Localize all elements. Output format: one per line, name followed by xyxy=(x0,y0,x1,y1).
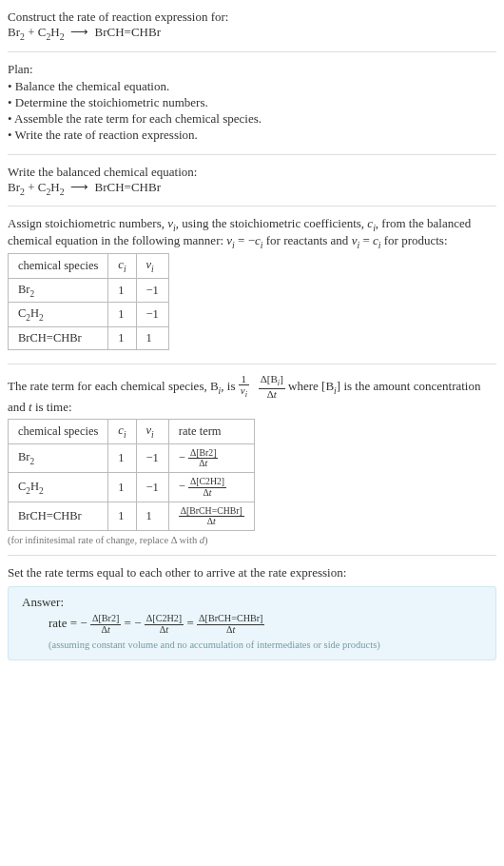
rate-prefix: rate = xyxy=(48,616,80,630)
table-row: BrCH=CHBr 1 1 xyxy=(9,326,169,349)
cell-ci: 1 xyxy=(108,473,136,502)
rate-frac: Δ[C2H2] Δt xyxy=(188,477,226,497)
plan-item: Balance the chemical equation. xyxy=(8,79,496,94)
cell-vi: 1 xyxy=(136,502,168,530)
frac-den: Δt xyxy=(90,625,121,636)
col-species: chemical species xyxy=(9,420,108,444)
plan-item: Assemble the rate term for each chemical… xyxy=(8,111,496,127)
answer-box: Answer: rate = − Δ[Br2] Δt = − Δ[C2H2] Δ… xyxy=(8,586,496,659)
divider xyxy=(8,51,496,52)
table-row: C2H2 1 −1 − Δ[C2H2] Δt xyxy=(9,473,255,502)
rateterm-frac-2: Δ[Bi] Δt xyxy=(259,374,285,400)
frac-den: Δt xyxy=(179,517,244,526)
stoich-intro: Assign stoichiometric numbers, νi, using… xyxy=(8,216,496,249)
stoich-section: Assign stoichiometric numbers, νi, using… xyxy=(8,212,496,358)
plan-item: Determine the stoichiometric numbers. xyxy=(8,95,496,110)
cell-ci: 1 xyxy=(108,502,136,530)
cell-rate: − Δ[C2H2] Δt xyxy=(168,473,254,502)
rate-sign: − xyxy=(179,480,185,493)
divider xyxy=(8,154,496,155)
table-row: BrCH=CHBr 1 1 Δ[BrCH=CHBr] Δt xyxy=(9,502,255,530)
cell-ci: 1 xyxy=(108,326,136,349)
rate-expression: rate = − Δ[Br2] Δt = − Δ[C2H2] Δt = Δ[Br… xyxy=(22,614,482,635)
table-row: Br2 1 −1 xyxy=(9,278,169,303)
cell-species: BrCH=CHBr xyxy=(9,502,108,530)
stoich-table: chemical species ci νi Br2 1 −1 C2H2 1 −… xyxy=(8,253,169,350)
cell-vi: −1 xyxy=(136,443,168,472)
plan-item: Write the rate of reaction expression. xyxy=(8,128,496,143)
cell-species: BrCH=CHBr xyxy=(9,326,108,349)
rate-sign: − xyxy=(80,616,87,630)
problem-title: Construct the rate of reaction expressio… xyxy=(8,10,496,25)
rate-frac: Δ[BrCH=CHBr] Δt xyxy=(197,614,264,635)
cell-ci: 1 xyxy=(108,443,136,472)
plan-section: Plan: Balance the chemical equation. Det… xyxy=(8,58,496,148)
frac-den: νi xyxy=(239,385,249,400)
plan-list: Balance the chemical equation. Determine… xyxy=(8,79,496,143)
cell-species: C2H2 xyxy=(9,473,108,502)
cell-species: Br2 xyxy=(9,278,108,303)
rateterm-intro-pre: The rate term for each chemical species,… xyxy=(8,379,239,393)
cell-vi: −1 xyxy=(136,473,168,502)
rate-frac: Δ[C2H2] Δt xyxy=(145,614,184,635)
col-ci: ci xyxy=(108,420,136,444)
rateterm-frac-1: 1 νi xyxy=(239,374,249,400)
frac-den: Δt xyxy=(259,389,285,401)
table-row: C2H2 1 −1 xyxy=(9,303,169,327)
answer-note: (assuming constant volume and no accumul… xyxy=(22,640,482,650)
table-header-row: chemical species ci νi rate term xyxy=(9,420,255,444)
balanced-title: Write the balanced chemical equation: xyxy=(8,165,496,180)
problem-header: Construct the rate of reaction expressio… xyxy=(8,6,496,46)
rate-sign: − xyxy=(179,450,185,463)
eq-sign: = xyxy=(125,616,135,630)
rateterm-table: chemical species ci νi rate term Br2 1 −… xyxy=(8,419,255,531)
balanced-equation: Br2 + C2H2 ⟶ BrCH=CHBr xyxy=(8,180,496,197)
rateterm-section: The rate term for each chemical species,… xyxy=(8,370,496,549)
cell-vi: −1 xyxy=(136,278,168,303)
col-vi: νi xyxy=(136,254,168,279)
col-species: chemical species xyxy=(9,254,108,279)
rate-sign: − xyxy=(134,616,141,630)
col-ci: ci xyxy=(108,254,136,279)
problem-equation: Br2 + C2H2 ⟶ BrCH=CHBr xyxy=(8,25,496,42)
table-header-row: chemical species ci νi xyxy=(9,254,169,279)
col-rate: rate term xyxy=(168,420,254,444)
divider xyxy=(8,555,496,556)
cell-vi: 1 xyxy=(136,326,168,349)
frac-den: Δt xyxy=(145,625,184,636)
frac-den: Δt xyxy=(188,459,218,468)
divider xyxy=(8,206,496,207)
cell-ci: 1 xyxy=(108,303,136,327)
frac-num: Δ[Bi] xyxy=(259,374,285,389)
frac-den: Δt xyxy=(197,625,264,636)
cell-ci: 1 xyxy=(108,278,136,303)
rate-frac: Δ[Br2] Δt xyxy=(188,448,218,468)
divider xyxy=(8,364,496,364)
cell-vi: −1 xyxy=(136,303,168,327)
cell-species: C2H2 xyxy=(9,303,108,327)
col-vi: νi xyxy=(136,420,168,444)
cell-rate: Δ[BrCH=CHBr] Δt xyxy=(168,502,254,530)
cell-rate: − Δ[Br2] Δt xyxy=(168,443,254,472)
rateterm-note: (for infinitesimal rate of change, repla… xyxy=(8,535,496,545)
plan-title: Plan: xyxy=(8,62,496,77)
frac-num: Δ[C2H2] xyxy=(188,477,226,487)
rate-frac: Δ[Br2] Δt xyxy=(90,614,121,635)
cell-species: Br2 xyxy=(9,443,108,472)
eq-sign: = xyxy=(187,616,198,630)
table-row: Br2 1 −1 − Δ[Br2] Δt xyxy=(9,443,255,472)
rate-frac: Δ[BrCH=CHBr] Δt xyxy=(179,506,244,526)
final-section: Set the rate terms equal to each other t… xyxy=(8,561,496,663)
answer-label: Answer: xyxy=(22,595,482,610)
balanced-section: Write the balanced chemical equation: Br… xyxy=(8,161,496,201)
rateterm-intro: The rate term for each chemical species,… xyxy=(8,374,496,415)
frac-den: Δt xyxy=(188,488,226,498)
final-intro: Set the rate terms equal to each other t… xyxy=(8,565,496,581)
